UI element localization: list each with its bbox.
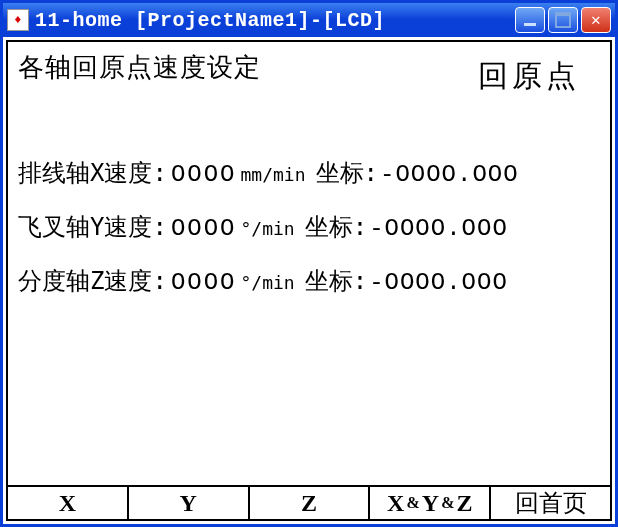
home-label: 回原点	[478, 56, 580, 97]
close-button[interactable]: ✕	[581, 7, 611, 33]
axis-row-z: 分度轴Z速度: OOOO °/min 坐标: -OOOO.OOO	[18, 265, 600, 297]
btn-xyz[interactable]: X & Y & Z	[370, 487, 491, 519]
bottom-button-bar: X Y Z X & Y & Z 回首页	[8, 485, 610, 519]
axis-x-unit: mm/min	[241, 164, 306, 185]
axis-y-unit: °/min	[241, 218, 295, 239]
axis-y-speed[interactable]: OOOO	[171, 215, 237, 242]
axis-x-coord: -OOOO.OOO	[380, 161, 519, 188]
heading-row: 各轴回原点速度设定 回原点	[18, 50, 600, 97]
axis-x-speed[interactable]: OOOO	[171, 161, 237, 188]
window-title: 11-home [ProjectName1]-[LCD]	[35, 9, 515, 32]
app-window: ♦ 11-home [ProjectName1]-[LCD] ✕ 各轴回原点速度…	[0, 0, 618, 527]
btn-home[interactable]: 回首页	[491, 487, 610, 519]
axis-x-label: 排线轴X速度:	[18, 157, 167, 189]
axis-x-coord-label: 坐标:	[316, 157, 378, 189]
axis-row-x: 排线轴X速度: OOOO mm/min 坐标: -OOOO.OOO	[18, 157, 600, 189]
axis-z-coord-label: 坐标:	[305, 265, 367, 297]
page-title: 各轴回原点速度设定	[18, 50, 261, 85]
axis-z-unit: °/min	[241, 272, 295, 293]
window-controls: ✕	[515, 7, 611, 33]
btn-xyz-y: Y	[422, 490, 439, 517]
btn-xyz-x: X	[387, 490, 404, 517]
btn-y[interactable]: Y	[129, 487, 250, 519]
axis-rows: 排线轴X速度: OOOO mm/min 坐标: -OOOO.OOO 飞叉轴Y速度…	[18, 157, 600, 297]
axis-z-coord: -OOOO.OOO	[369, 269, 508, 296]
amp-icon: &	[441, 494, 454, 512]
axis-z-label: 分度轴Z速度:	[18, 265, 167, 297]
axis-z-speed[interactable]: OOOO	[171, 269, 237, 296]
app-icon: ♦	[7, 9, 29, 31]
minimize-button[interactable]	[515, 7, 545, 33]
axis-y-coord: -OOOO.OOO	[369, 215, 508, 242]
client-area: 各轴回原点速度设定 回原点 排线轴X速度: OOOO mm/min 坐标: -O…	[6, 40, 612, 521]
btn-x[interactable]: X	[8, 487, 129, 519]
btn-xyz-z: Z	[456, 490, 472, 517]
maximize-button[interactable]	[548, 7, 578, 33]
axis-y-coord-label: 坐标:	[305, 211, 367, 243]
titlebar[interactable]: ♦ 11-home [ProjectName1]-[LCD] ✕	[3, 3, 615, 37]
btn-z[interactable]: Z	[250, 487, 371, 519]
amp-icon: &	[406, 494, 419, 512]
axis-y-label: 飞叉轴Y速度:	[18, 211, 167, 243]
axis-row-y: 飞叉轴Y速度: OOOO °/min 坐标: -OOOO.OOO	[18, 211, 600, 243]
